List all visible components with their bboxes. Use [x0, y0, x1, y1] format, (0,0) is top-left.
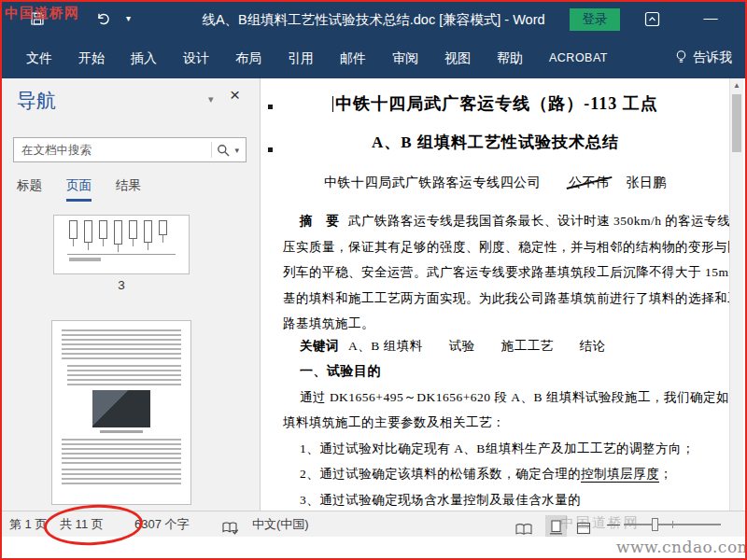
thumbnail-photo — [92, 390, 150, 427]
status-bar: 第 1 页 共 11 页 6307 个字 中文(中国) — — [2, 511, 745, 537]
bottom-strip — [2, 537, 745, 558]
sign-in-button[interactable]: 登录 — [570, 8, 620, 31]
tell-me-label: 告诉我 — [693, 49, 732, 66]
tab-file[interactable]: 文件 — [13, 37, 65, 78]
navigation-pane: 导航 ▾ × ▾ 标题 页面 结果 — [2, 78, 261, 511]
navigation-pane-title: 导航 — [17, 88, 56, 114]
tab-view[interactable]: 视图 — [431, 37, 484, 78]
body-line: 路基填筑施工。 — [283, 315, 374, 332]
body-line: 通过 DK1656+495～DK1656+620 段 A、B 组填料试验段施工，… — [300, 389, 729, 406]
close-icon[interactable]: × — [230, 86, 240, 104]
byline-author-struck: 公不伟 — [569, 175, 610, 191]
list-item-2: 2、通过试验确定该填料的松铺系数，确定合理的控制填层厚度； — [300, 466, 672, 483]
thumbnail-diagram — [54, 216, 189, 252]
search-input[interactable] — [14, 144, 211, 157]
thumbnail-photo-caption — [100, 430, 143, 433]
body-line: 列车的平稳、安全运营。武广客运专线要求路基填筑段工后沉降不得大于 15mm，实现… — [283, 264, 729, 281]
doc-byline: 中铁十四局武广铁路客运专线四公司 公不伟 张日鹏 — [261, 175, 729, 191]
status-word-count[interactable]: 6307 个字 — [134, 511, 190, 537]
keywords-text: A、B 组填料 试验 施工工艺 结论 — [348, 339, 606, 353]
page-thumbnail-3[interactable] — [53, 215, 190, 274]
scroll-up-icon[interactable]: ▲ — [730, 78, 743, 92]
ribbon-tab-bar: 文件 开始 插入 设计 布局 引用 邮件 审阅 视图 帮助 ACROBAT 告诉… — [2, 37, 745, 78]
document-search-box: ▾ — [13, 137, 247, 162]
tab-results[interactable]: 结果 — [116, 177, 141, 202]
status-total-pages[interactable]: 共 11 页 — [60, 511, 104, 537]
tab-review[interactable]: 审阅 — [379, 37, 431, 78]
section-heading: 一、试验目的 — [300, 363, 381, 380]
list-item-3: 3、通过试验确定现场含水量控制及最佳含水量的 — [300, 492, 581, 509]
ribbon-tabs: 文件 开始 插入 设计 布局 引用 邮件 审阅 视图 帮助 ACROBAT — [2, 37, 745, 78]
abstract-line-1: 摘 要武广铁路客运专线是我国首条最长、设计时速 350km/h 的客运专线，路基… — [300, 213, 729, 230]
chevron-down-icon[interactable]: ▾ — [208, 93, 214, 105]
tab-insert[interactable]: 插入 — [118, 37, 170, 78]
zoom-slider-thumb[interactable] — [652, 518, 658, 531]
document-canvas[interactable]: 中铁十四局武广客运专线（路）-113 工点 A、B 组填料工艺性试验技术总结 中… — [261, 78, 729, 511]
doc-subtitle: A、B 组填料工艺性试验技术总结 — [261, 132, 729, 153]
window-title: 线A、B组填料工艺性试验技术总结.doc [兼容模式] - Word — [2, 2, 745, 37]
list-item-2-text: 2、通过试验确定该填料的松铺系数，确定合理的 — [300, 467, 581, 481]
status-page-indicator[interactable]: 第 1 页 — [9, 511, 47, 537]
doc-title-text: 中铁十四局武广客运专线（路）-113 工点 — [335, 94, 658, 113]
main-area: 导航 ▾ × ▾ 标题 页面 结果 — [2, 78, 745, 511]
byline-organization: 中铁十四局武广铁路客运专线四公司 — [324, 175, 541, 189]
title-bar: ▾ 线A、B组填料工艺性试验技术总结.doc [兼容模式] - Word 登录 … — [2, 2, 745, 37]
abstract-text: 武广铁路客运专线是我国首条最长、设计时速 350km/h 的客运专线，路基填筑过 — [348, 214, 729, 228]
list-item-2-suffix: ； — [659, 467, 672, 481]
thumbnail-text-lines — [62, 469, 181, 485]
page-thumbnail-4[interactable] — [51, 320, 191, 505]
body-line: 填料填筑施工的主要参数及相关工艺： — [283, 414, 505, 431]
zoom-slider[interactable] — [624, 524, 721, 525]
thumbnail-caption — [69, 258, 101, 261]
tab-design[interactable]: 设计 — [170, 37, 222, 78]
thumbnail-text-lines — [62, 329, 181, 360]
keywords-label: 关键词 — [300, 339, 339, 353]
scrollbar-thumb[interactable] — [732, 94, 741, 152]
body-line: 基的填料和施工工艺两方面实现。为此我公司路基填筑前进行了填料的选择和工艺性试验，… — [283, 290, 729, 307]
doc-title: 中铁十四局武广客运专线（路）-113 工点 — [261, 92, 729, 115]
body-line: 压实质量，保证其有足够的强度、刚度、稳定性，并与相邻的结构物的变形与刚度协调、统… — [283, 239, 729, 256]
tab-help[interactable]: 帮助 — [484, 37, 536, 78]
tab-mailings[interactable]: 邮件 — [327, 37, 379, 78]
ribbon-display-options-icon[interactable] — [644, 11, 660, 31]
tab-references[interactable]: 引用 — [275, 37, 327, 78]
navigation-tabs: 标题 页面 结果 — [17, 177, 141, 202]
thumbnail-diagram-baseline — [67, 254, 176, 255]
zoom-out-button[interactable]: — — [607, 511, 620, 537]
tab-headings[interactable]: 标题 — [17, 177, 42, 202]
lightbulb-icon — [675, 49, 687, 67]
byline-author: 张日鹏 — [627, 175, 668, 189]
tab-acrobat[interactable]: ACROBAT — [536, 37, 621, 78]
text-cursor — [332, 96, 333, 112]
tell-me-button[interactable]: 告诉我 — [675, 37, 732, 78]
list-item-2-underlined: 控制填层厚度 — [581, 467, 659, 483]
status-language[interactable]: 中文(中国) — [252, 511, 309, 537]
keywords-line: 关键词A、B 组填料 试验 施工工艺 结论 — [300, 338, 606, 355]
thumbnail-text-lines — [62, 439, 181, 464]
thumbnail-text-lines — [67, 365, 181, 386]
tab-pages[interactable]: 页面 — [66, 177, 92, 202]
list-item-1: 1、通过试验对比确定现有 A、B组填料生产及加工工艺的调整方向； — [300, 441, 695, 457]
thumbnail-page-number: 3 — [53, 278, 190, 292]
abstract-label: 摘 要 — [300, 214, 339, 228]
search-dropdown-icon[interactable]: ▾ — [234, 146, 246, 155]
zoom-slider-notch — [672, 521, 673, 528]
minimize-button[interactable]: — — [695, 2, 726, 37]
vertical-scrollbar[interactable]: ▲ — [729, 78, 743, 511]
search-icon[interactable] — [212, 144, 234, 157]
word-window: ▾ 线A、B组填料工艺性试验技术总结.doc [兼容模式] - Word 登录 … — [0, 0, 747, 560]
tab-layout[interactable]: 布局 — [222, 37, 275, 78]
tab-home[interactable]: 开始 — [65, 37, 118, 78]
